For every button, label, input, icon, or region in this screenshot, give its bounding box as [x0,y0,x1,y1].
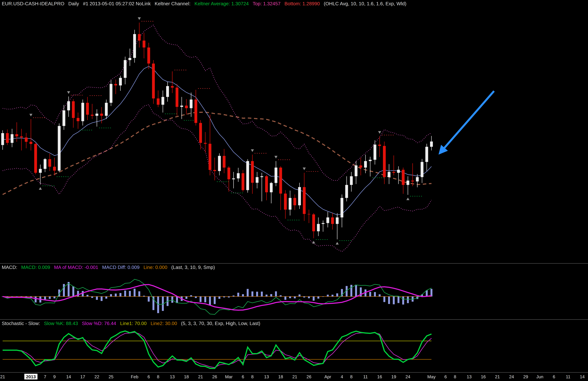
svg-text:Apr: Apr [324,374,331,379]
bar-info-label: #1 2013-05-01 05:27:02 NoLink [83,1,151,6]
svg-text:8: 8 [350,374,353,379]
stochastic-lines [2,331,431,368]
svg-text:16: 16 [481,374,486,379]
stoch-line1-value: Line1: 70.00 [120,321,147,326]
chart-window: EUR.USD-CASH-IDEALPRO Daily #1 2013-05-0… [0,0,588,381]
macd-panel[interactable] [0,271,588,319]
svg-text:6: 6 [147,374,150,379]
panel-divider [0,319,588,320]
svg-text:11: 11 [363,374,368,379]
study-name-label: Keltner Channel: [155,1,190,6]
swing-markers [29,17,409,245]
svg-text:16: 16 [377,374,382,379]
macd-diff-value: MACD Diff: 0.009 [102,265,140,270]
svg-text:13: 13 [170,374,175,379]
macd-ma-value: MA of MACD: -0.001 [54,265,98,270]
panel-divider [0,263,588,264]
svg-text:11: 11 [566,374,570,379]
svg-text:24: 24 [405,374,410,379]
annotation-arrow[interactable] [440,91,494,153]
slow-ma-line [2,112,431,194]
svg-text:29: 29 [523,374,528,379]
panel-divider [0,372,588,373]
svg-text:2013: 2013 [26,374,36,379]
stoch-d-value: Slow %D: 76.44 [82,321,116,326]
svg-text:14: 14 [580,374,585,379]
period-label: Daily [68,1,79,6]
svg-text:19: 19 [391,374,396,379]
keltner-average-value: Keltner Average: 1.30724 [194,1,249,6]
svg-text:8: 8 [157,374,159,379]
stoch-title-label: Stochastic - Slow: [2,321,40,326]
macd-value: MACD: 0.009 [21,265,50,270]
svg-text:8: 8 [454,374,456,379]
svg-text:8: 8 [251,374,254,379]
svg-text:6: 6 [242,374,244,379]
svg-text:6: 6 [444,374,447,379]
svg-text:Mar: Mar [225,374,233,379]
main-chart-header: EUR.USD-CASH-IDEALPRO Daily #1 2013-05-0… [0,0,588,7]
svg-text:21: 21 [292,374,297,379]
svg-text:21: 21 [495,374,500,379]
svg-text:6: 6 [553,374,555,379]
time-scale[interactable]: 2120137914172225Feb6813182126Mar68131821… [0,373,588,381]
study-params-label: (OHLC Avg, 10, 10, 1.6, 1.6, Exp, Wld) [324,1,406,6]
stoch-k-value: Slow %K: 88.43 [44,321,78,326]
svg-text:21: 21 [198,374,203,379]
macd-title-label: MACD: [2,265,17,270]
svg-text:21: 21 [0,374,5,379]
macd-histogram [2,282,432,313]
svg-text:24: 24 [509,374,514,379]
svg-text:26: 26 [306,374,311,379]
keltner-channel [2,25,431,252]
svg-text:18: 18 [184,374,189,379]
svg-text:25: 25 [108,374,113,379]
svg-text:22: 22 [94,374,99,379]
svg-text:13: 13 [264,374,269,379]
keltner-top-value: Top: 1.32457 [253,1,281,6]
stoch-params-label: (5, 3, 3, 70, 30, Exp, High, Low, Last) [181,321,260,326]
svg-text:14: 14 [66,374,71,379]
stoch-line2-value: Line2: 30.00 [150,321,177,326]
svg-text:13: 13 [467,374,472,379]
svg-text:Feb: Feb [131,374,138,379]
macd-lines [2,279,431,315]
svg-text:26: 26 [212,374,217,379]
main-price-chart[interactable] [0,7,588,263]
svg-text:17: 17 [80,374,85,379]
macd-params-label: (Last, 3, 10, 9, Smp) [171,265,215,270]
svg-text:7: 7 [44,374,46,379]
symbol-label: EUR.USD-CASH-IDEALPRO [2,1,64,6]
stochastic-panel[interactable] [0,327,588,372]
svg-text:9: 9 [53,374,56,379]
swing-level-segments [33,21,423,241]
macd-line-value: Line: 0.000 [144,265,167,270]
stochastic-header: Stochastic - Slow: Slow %K: 88.43 Slow %… [0,320,588,327]
keltner-bottom-value: Bottom: 1.28990 [284,1,320,6]
macd-header: MACD: MACD: 0.009 MA of MACD: -0.001 MAC… [0,264,588,271]
svg-text:May: May [427,374,436,379]
svg-text:Jun: Jun [536,374,543,379]
svg-text:4: 4 [341,374,343,379]
svg-text:18: 18 [278,374,283,379]
